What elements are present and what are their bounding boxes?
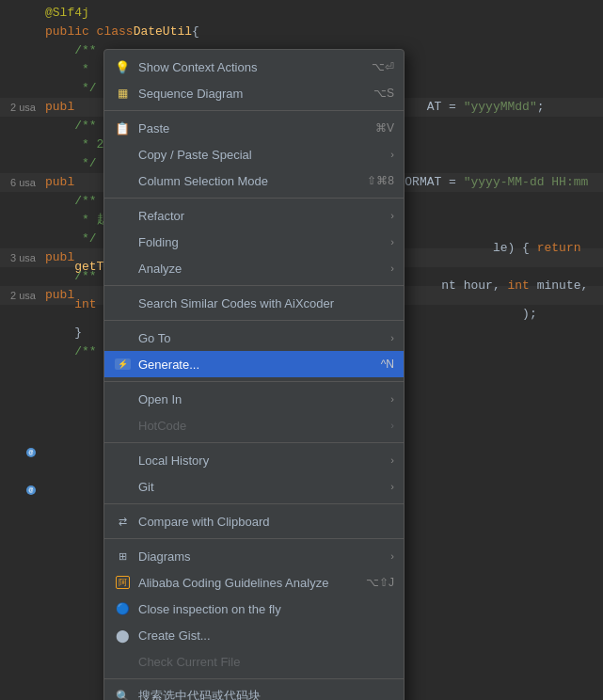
menu-separator xyxy=(104,503,404,504)
menu-label: 搜索选中代码或代码块 xyxy=(138,688,261,700)
menu-label: Column Selection Mode xyxy=(138,174,268,188)
submenu-arrow-icon: › xyxy=(390,420,394,431)
menu-label: Create Gist... xyxy=(138,628,211,643)
menu-item-refactor[interactable]: Refactor › xyxy=(104,202,404,229)
menu-item-search-cn[interactable]: 🔍 搜索选中代码或代码块 xyxy=(104,683,404,700)
menu-label: Check Current File xyxy=(138,655,240,669)
menu-item-local-history[interactable]: Local History › xyxy=(104,447,404,473)
menu-separator xyxy=(104,285,404,286)
menu-label: Paste xyxy=(138,121,169,135)
menu-label: Git xyxy=(138,480,154,494)
menu-item-hotcode[interactable]: HotCode › xyxy=(104,412,404,438)
submenu-arrow-icon: › xyxy=(390,149,394,160)
menu-item-diagrams[interactable]: ⊞ Diagrams › xyxy=(104,543,404,569)
menu-item-close-inspection[interactable]: 🔵 Close inspection on the fly xyxy=(104,596,404,622)
context-menu: 💡 Show Context Actions ⌥⏎ ▦ Sequence Dia… xyxy=(103,49,405,700)
empty-icon xyxy=(114,653,131,670)
sequence-icon: ▦ xyxy=(114,85,131,102)
menu-shortcut: ⌥S xyxy=(373,87,394,100)
menu-separator xyxy=(104,678,404,679)
menu-label: Analyze xyxy=(138,262,182,276)
empty-icon xyxy=(114,233,131,250)
menu-label: Compare with Clipboard xyxy=(138,515,269,529)
menu-item-git[interactable]: Git › xyxy=(104,473,404,500)
diagrams-icon: ⊞ xyxy=(114,548,131,565)
submenu-arrow-icon: › xyxy=(390,550,394,562)
menu-item-folding[interactable]: Folding › xyxy=(104,229,404,255)
submenu-arrow-icon: › xyxy=(390,236,394,247)
empty-icon xyxy=(114,329,131,346)
paste-icon: 📋 xyxy=(114,119,131,136)
menu-label: Refactor xyxy=(138,209,184,223)
empty-icon xyxy=(114,146,131,163)
menu-label: Alibaba Coding Guidelines Analyze xyxy=(138,576,328,590)
menu-item-open-in[interactable]: Open In › xyxy=(104,386,404,412)
submenu-arrow-icon: › xyxy=(390,454,394,466)
menu-item-generate[interactable]: ⚡ Generate... ^N xyxy=(104,351,404,377)
empty-icon xyxy=(114,172,131,189)
menu-label: Search Similar Codes with AiXcoder xyxy=(138,296,334,310)
menu-label: Diagrams xyxy=(138,549,191,564)
menu-item-alibaba-coding[interactable]: 阿 Alibaba Coding Guidelines Analyze ⌥⇧J xyxy=(104,569,404,596)
menu-separator xyxy=(104,320,404,321)
menu-shortcut: ⌥⏎ xyxy=(372,60,394,73)
close-inspection-icon: 🔵 xyxy=(114,600,131,617)
menu-label: Open In xyxy=(138,392,182,406)
empty-icon xyxy=(114,478,131,495)
empty-icon xyxy=(114,260,131,277)
gutter-icon-1: @ xyxy=(26,448,36,457)
submenu-arrow-icon: › xyxy=(390,393,394,405)
menu-label: Show Context Actions xyxy=(138,60,257,74)
menu-shortcut: ⌘V xyxy=(375,121,394,135)
menu-label: Sequence Diagram xyxy=(138,87,243,101)
menu-item-search-similar[interactable]: Search Similar Codes with AiXcoder xyxy=(104,290,404,316)
menu-item-copy-paste-special[interactable]: Copy / Paste Special › xyxy=(104,141,404,167)
menu-item-compare-clipboard[interactable]: ⇄ Compare with Clipboard xyxy=(104,508,404,534)
github-icon: ⬤ xyxy=(114,627,131,644)
menu-item-go-to[interactable]: Go To › xyxy=(104,325,404,351)
empty-icon xyxy=(114,207,131,224)
empty-icon xyxy=(114,294,131,311)
empty-icon xyxy=(114,390,131,407)
bulb-icon: 💡 xyxy=(114,58,131,75)
gutter-icon-2: @ xyxy=(26,485,36,495)
alibaba-icon: 阿 xyxy=(114,574,131,591)
menu-item-create-gist[interactable]: ⬤ Create Gist... xyxy=(104,622,404,648)
menu-separator xyxy=(104,381,404,382)
menu-item-analyze[interactable]: Analyze › xyxy=(104,255,404,281)
menu-item-sequence-diagram[interactable]: ▦ Sequence Diagram ⌥S xyxy=(104,80,404,106)
menu-label: Go To xyxy=(138,331,170,345)
menu-separator xyxy=(104,538,404,539)
menu-shortcut: ^N xyxy=(381,358,394,371)
menu-shortcut: ⌥⇧J xyxy=(366,576,394,589)
menu-label: Copy / Paste Special xyxy=(138,148,252,162)
submenu-arrow-icon: › xyxy=(390,262,394,274)
menu-item-paste[interactable]: 📋 Paste ⌘V xyxy=(104,115,404,141)
submenu-arrow-icon: › xyxy=(390,481,394,492)
menu-separator xyxy=(104,110,404,111)
menu-label: Local History xyxy=(138,453,209,468)
menu-item-show-context-actions[interactable]: 💡 Show Context Actions ⌥⏎ xyxy=(104,54,404,80)
menu-shortcut: ⇧⌘8 xyxy=(367,174,394,187)
menu-label: Close inspection on the fly xyxy=(138,602,281,616)
menu-label: Generate... xyxy=(138,358,199,372)
empty-icon xyxy=(114,417,131,434)
submenu-arrow-icon: › xyxy=(390,332,394,343)
compare-icon: ⇄ xyxy=(114,513,131,530)
menu-item-column-selection[interactable]: Column Selection Mode ⇧⌘8 xyxy=(104,167,404,194)
menu-separator xyxy=(104,198,404,199)
menu-separator xyxy=(104,442,404,443)
menu-label: HotCode xyxy=(138,419,186,433)
menu-label: Folding xyxy=(138,235,179,249)
menu-item-check-current-file[interactable]: Check Current File xyxy=(104,648,404,675)
empty-icon xyxy=(114,452,131,469)
generate-icon: ⚡ xyxy=(114,356,131,373)
submenu-arrow-icon: › xyxy=(390,210,394,221)
search-cn-icon: 🔍 xyxy=(114,688,131,700)
